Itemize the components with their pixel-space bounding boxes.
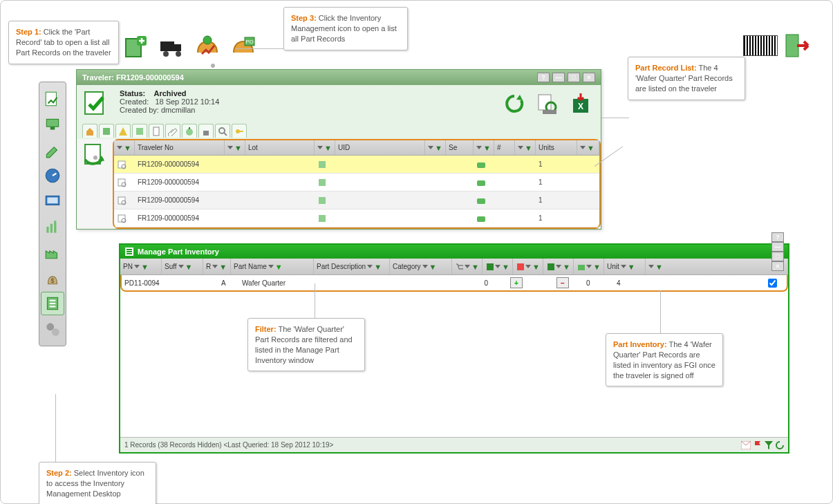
- svg-rect-56: [319, 215, 326, 222]
- mpi-cell-q3: 4: [617, 279, 621, 287]
- svg-rect-19: [174, 44, 181, 51]
- mail-icon[interactable]: [741, 441, 751, 449]
- filter-status-icon[interactable]: [765, 441, 773, 449]
- col-uid[interactable]: UID: [338, 144, 350, 151]
- svg-point-38: [219, 128, 225, 133]
- sidebar-item-kiosk[interactable]: [41, 113, 64, 136]
- partlist-label: Part Record List:: [635, 64, 697, 72]
- tab-info[interactable]: [99, 124, 114, 138]
- col-travno[interactable]: Traveler No: [138, 144, 174, 151]
- svg-rect-25: [786, 35, 798, 57]
- help-button[interactable]: ?: [537, 73, 550, 82]
- svg-rect-49: [477, 180, 485, 186]
- mpi-help-button[interactable]: ?: [771, 232, 784, 242]
- sidebar-item-factory[interactable]: [41, 241, 64, 264]
- sidebar-item-charts[interactable]: [41, 215, 64, 239]
- svg-rect-44: [319, 161, 326, 168]
- mpi-title: Manage Part Inventory: [138, 248, 219, 256]
- toolbar-add-icon[interactable]: [120, 32, 151, 62]
- svg-rect-59: [127, 249, 132, 250]
- col-se[interactable]: Se: [449, 144, 457, 151]
- tab-search[interactable]: [215, 124, 230, 138]
- filter-label: Filter:: [255, 325, 277, 333]
- mpi-row-checkbox[interactable]: [768, 279, 777, 288]
- svg-point-15: [52, 328, 59, 336]
- traveler-titlebar: Traveler: FR1209-000000594 ? — □ ×: [77, 70, 601, 85]
- tab-grid[interactable]: [132, 124, 147, 138]
- svg-rect-34: [153, 127, 159, 136]
- col-hash[interactable]: #: [497, 144, 501, 151]
- mpi-grid-header: PN▼ Suff▼ R▼ Part Name▼ Part Description…: [120, 259, 788, 275]
- delete-col-icon: [516, 262, 524, 272]
- sidebar-item-inventory[interactable]: [41, 292, 64, 315]
- minimize-button[interactable]: —: [552, 73, 565, 82]
- tab-unlock[interactable]: [198, 124, 214, 138]
- svg-rect-0: [46, 92, 56, 106]
- svg-rect-65: [578, 265, 585, 270]
- close-button[interactable]: ×: [583, 73, 595, 82]
- exit-icon[interactable]: [785, 33, 812, 58]
- increment-button[interactable]: +: [510, 277, 523, 288]
- tab-doc[interactable]: [149, 124, 164, 138]
- svg-rect-1: [46, 119, 58, 127]
- table-row[interactable]: FR1209-000000594 1: [114, 156, 599, 174]
- callout-partlist: Part Record List: The 4 'Wafer Quarter' …: [628, 57, 745, 100]
- svg-text:$: $: [51, 277, 55, 284]
- svg-rect-29: [543, 110, 556, 114]
- sidebar-item-dashboard[interactable]: [41, 164, 64, 187]
- tab-attach[interactable]: [165, 124, 180, 138]
- tab-alarm[interactable]: [182, 124, 197, 138]
- tab-warn[interactable]: [115, 124, 131, 138]
- sidebar-item-settings[interactable]: [41, 317, 64, 341]
- top-right-controls: [743, 33, 812, 58]
- svg-rect-48: [319, 179, 326, 186]
- flag-icon[interactable]: [754, 441, 762, 449]
- svg-rect-53: [477, 198, 485, 204]
- svg-rect-36: [189, 127, 190, 129]
- sidebar-item-terminal[interactable]: [41, 189, 64, 213]
- svg-rect-45: [477, 162, 485, 168]
- svg-rect-6: [46, 227, 48, 233]
- sidebar-item-edit[interactable]: [41, 138, 64, 162]
- decrement-button[interactable]: −: [556, 277, 569, 288]
- mpi-col-suff[interactable]: Suff: [165, 263, 177, 270]
- mpi-col-unit[interactable]: Unit: [607, 263, 619, 270]
- status-label: Status:: [120, 89, 145, 97]
- left-sidebar: $: [39, 82, 66, 346]
- mpi-col-name[interactable]: Part Name: [234, 263, 267, 270]
- toolbar-inventory-mgmt-icon[interactable]: [192, 32, 223, 62]
- callout-filter: Filter: The 'Wafer Quarter' Part Records…: [247, 318, 365, 371]
- col-units[interactable]: Units: [539, 144, 554, 151]
- step3-label: Step 3:: [291, 14, 317, 22]
- mpi-minimize-button[interactable]: —: [771, 242, 784, 252]
- export-excel-icon[interactable]: X: [566, 89, 595, 118]
- print-preview-icon[interactable]: [533, 89, 562, 118]
- restore-button[interactable]: □: [568, 73, 580, 82]
- part-record-grid: ▼ Traveler No ▼ Lot ▼ UID ▼ Se ▼ # ▼ Uni…: [113, 139, 601, 229]
- col-lot[interactable]: Lot: [248, 144, 258, 151]
- refresh-icon[interactable]: [500, 89, 529, 118]
- svg-rect-7: [50, 224, 53, 233]
- sidebar-item-cost[interactable]: $: [41, 266, 64, 290]
- mpi-col-r[interactable]: R: [206, 263, 211, 270]
- svg-rect-37: [203, 131, 209, 136]
- mpi-row[interactable]: PD11-0094 A Wafer Quarter 0 + − 0 4: [120, 275, 788, 292]
- mpi-cell-name: Wafer Quarter: [242, 279, 286, 287]
- table-row[interactable]: FR1209-000000594 1: [114, 209, 599, 227]
- toolbar-purchase-icon[interactable]: PO: [228, 32, 259, 62]
- table-row[interactable]: FR1209-000000594 1: [114, 174, 599, 192]
- svg-rect-62: [487, 263, 494, 270]
- tab-home[interactable]: [82, 124, 97, 138]
- floppy-col-icon: [546, 262, 554, 272]
- mpi-col-desc[interactable]: Part Description: [317, 263, 366, 270]
- table-row[interactable]: FR1209-000000594 1: [114, 192, 599, 209]
- svg-rect-5: [47, 198, 57, 204]
- svg-rect-57: [477, 216, 485, 222]
- mpi-col-pn[interactable]: PN: [123, 263, 133, 270]
- sidebar-item-traveler[interactable]: [41, 87, 64, 111]
- refresh-status-icon[interactable]: [776, 441, 784, 449]
- barcode-icon[interactable]: [743, 35, 778, 56]
- tab-key[interactable]: [232, 124, 247, 138]
- mpi-col-cat[interactable]: Category: [393, 263, 421, 270]
- toolbar-delivery-icon[interactable]: [156, 32, 187, 62]
